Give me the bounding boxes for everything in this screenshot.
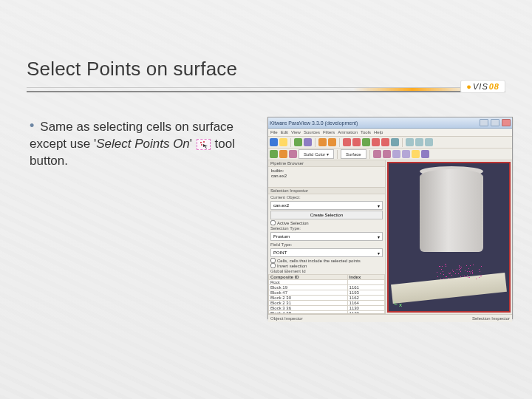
logo-text: VIS — [473, 82, 488, 91]
loop-icon[interactable] — [391, 138, 399, 146]
select-block-icon[interactable] — [412, 150, 420, 158]
table-row: Block 191161 — [269, 285, 385, 290]
play-next-icon[interactable] — [372, 138, 380, 146]
toolbar-separator — [369, 150, 370, 159]
menu-file[interactable]: File — [270, 130, 278, 134]
select-cells-on-icon[interactable] — [373, 150, 381, 158]
invert-selection-label: Invert selection — [277, 264, 307, 268]
menu-animation[interactable]: Animation — [338, 130, 358, 134]
global-id-header: Global Element Id — [268, 268, 385, 274]
redo-icon[interactable] — [328, 138, 336, 146]
sphere-icon[interactable] — [270, 150, 278, 158]
play-icon[interactable] — [362, 138, 370, 146]
selected-points — [433, 264, 485, 279]
window-titlebar: Kitware ParaView 3.3.0 (development) — [268, 117, 512, 129]
current-object-value: can.ex2 — [273, 203, 289, 208]
open-icon[interactable] — [270, 138, 278, 146]
menu-edit[interactable]: Edit — [281, 130, 288, 134]
vis-logo: ●VIS08 — [460, 80, 505, 93]
play-first-icon[interactable] — [343, 138, 351, 146]
select-points-through-icon[interactable] — [402, 150, 410, 158]
menu-tools[interactable]: Tools — [361, 130, 371, 134]
selection-type-dropdown[interactable]: Frustum▾ — [270, 232, 383, 241]
table-row: Root — [269, 280, 385, 285]
axis-gizmo-icon: └ x — [393, 301, 402, 308]
render-view[interactable]: └ x — [387, 162, 511, 313]
axis-x-icon[interactable] — [406, 138, 414, 146]
connect-icon[interactable] — [294, 138, 302, 146]
chevron-down-icon: ▾ — [378, 203, 380, 208]
menubar: File Edit View Sources Filters Animation… — [268, 129, 512, 137]
active-selection-checkbox[interactable] — [270, 220, 276, 225]
pipeline-item-source[interactable]: can.ex2 — [271, 174, 382, 179]
slide-title: Select Points on surface — [27, 58, 505, 81]
paraview-screenshot: Kitware ParaView 3.3.0 (development) Fil… — [267, 117, 513, 319]
window-buttons — [479, 119, 511, 127]
current-object-dropdown[interactable]: can.ex2▾ — [270, 201, 383, 210]
select-points-on-icon[interactable] — [383, 150, 391, 158]
app-body: Pipeline Browser builtin: can.ex2 Select… — [268, 160, 512, 314]
maximize-icon[interactable] — [491, 119, 499, 126]
right-pane: └ x — [386, 160, 512, 314]
col-index: Index — [347, 275, 384, 280]
contain-cells-row: Cells, cells that include the selected p… — [268, 258, 385, 263]
toolbar-separator — [315, 138, 316, 147]
menu-filters[interactable]: Filters — [323, 130, 335, 134]
svg-point-2 — [201, 144, 202, 146]
chevron-down-icon: ▾ — [378, 250, 380, 256]
box-icon[interactable] — [289, 150, 297, 158]
axis-y-icon[interactable] — [415, 138, 423, 146]
disconnect-icon[interactable] — [304, 138, 312, 146]
status-right: Selection Inspector — [472, 316, 510, 321]
field-type-label: Field Type: — [268, 242, 385, 248]
select-points-on-icon — [197, 139, 211, 150]
pipeline-item-builtin[interactable]: builtin: — [271, 168, 382, 174]
bullet-tool-name: Select Points On — [96, 137, 190, 151]
axis-label: x — [399, 301, 402, 308]
logo-bullet-icon: ● — [466, 82, 472, 91]
selection-type-value: Frustum — [273, 234, 290, 239]
toolbar-separator — [339, 138, 340, 147]
play-last-icon[interactable] — [381, 138, 389, 146]
menu-help[interactable]: Help — [374, 130, 383, 134]
toolbar-separator — [402, 138, 403, 147]
field-type-value: POINT — [273, 250, 287, 255]
play-prev-icon[interactable] — [352, 138, 361, 146]
selection-inspector: Selection Inspector Current Object: can.… — [268, 188, 385, 314]
close-icon[interactable] — [502, 119, 511, 126]
field-type-dropdown[interactable]: POINT▾ — [270, 248, 383, 257]
color-by-dropdown[interactable]: Solid Color ▾ — [299, 149, 334, 159]
contain-cells-checkbox[interactable] — [270, 258, 276, 263]
create-selection-button[interactable]: Create Selection — [270, 211, 383, 219]
logo-year: 08 — [489, 82, 499, 91]
title-rule-glow — [353, 88, 471, 91]
svg-point-0 — [200, 142, 202, 143]
interact-icon[interactable] — [421, 150, 429, 158]
undo-icon[interactable] — [318, 138, 327, 146]
table-row: Block 2 301162 — [269, 296, 385, 301]
axis-z-icon[interactable] — [425, 138, 433, 146]
active-selection-row: Active Selection — [268, 220, 385, 225]
pipeline-header: Pipeline Browser — [268, 160, 385, 167]
save-icon[interactable] — [279, 138, 287, 146]
representation-dropdown[interactable]: Surface — [341, 149, 366, 159]
invert-selection-checkbox[interactable] — [270, 263, 276, 268]
minimize-icon[interactable] — [480, 119, 488, 126]
active-selection-label: Active Selection — [277, 221, 309, 225]
toolbar-1 — [268, 137, 512, 149]
select-cells-through-icon[interactable] — [392, 150, 400, 158]
menu-view[interactable]: View — [291, 130, 301, 134]
menu-sources[interactable]: Sources — [304, 130, 320, 134]
status-bar: Object Inspector Selection Inspector — [268, 314, 512, 322]
toolbar-separator — [290, 138, 291, 147]
pipeline-browser: Pipeline Browser builtin: can.ex2 — [268, 160, 385, 188]
pipeline-items: builtin: can.ex2 — [268, 167, 385, 180]
table-row: Block 3 361130 — [269, 306, 385, 311]
selection-table: Composite IDIndex Root Block 191161 Bloc… — [268, 274, 385, 314]
cone-icon[interactable] — [279, 150, 287, 158]
selection-type-label: Selection Type: — [268, 225, 385, 231]
status-left: Object Inspector — [270, 316, 303, 321]
bullet-post: ' — [190, 137, 196, 151]
table-row: Block 4 381129 — [269, 311, 385, 315]
table-row: Block 2 311164 — [269, 301, 385, 306]
